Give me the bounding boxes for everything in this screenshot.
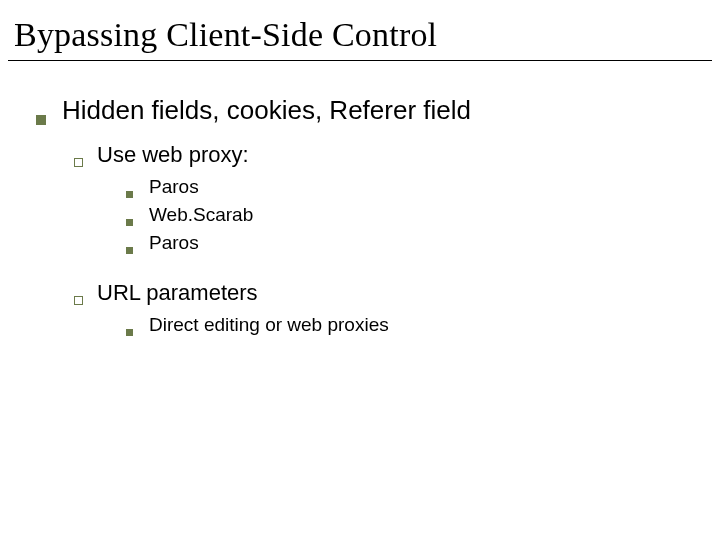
level3-text: Direct editing or web proxies [149, 314, 389, 336]
bullet-level3: Web.Scarab [0, 204, 720, 226]
square-outline-icon [74, 296, 83, 305]
level2-text: URL parameters [97, 280, 258, 306]
level3-text: Paros [149, 232, 199, 254]
bullet-level3: Paros [0, 176, 720, 198]
bullet-level3: Direct editing or web proxies [0, 314, 720, 336]
level2-text: Use web proxy: [97, 142, 249, 168]
level3-text: Paros [149, 176, 199, 198]
bullet-level2: URL parameters [0, 280, 720, 306]
level3-text: Web.Scarab [149, 204, 253, 226]
slide-title: Bypassing Client-Side Control [0, 0, 720, 60]
square-tiny-icon [126, 191, 133, 198]
bullet-level1: Hidden fields, cookies, Referer field [0, 95, 720, 126]
square-tiny-icon [126, 329, 133, 336]
square-tiny-icon [126, 247, 133, 254]
square-bullet-icon [36, 115, 46, 125]
square-outline-icon [74, 158, 83, 167]
bullet-level3: Paros [0, 232, 720, 254]
level1-text: Hidden fields, cookies, Referer field [62, 95, 471, 126]
square-tiny-icon [126, 219, 133, 226]
bullet-level2: Use web proxy: [0, 142, 720, 168]
slide-content: Hidden fields, cookies, Referer field Us… [0, 61, 720, 336]
